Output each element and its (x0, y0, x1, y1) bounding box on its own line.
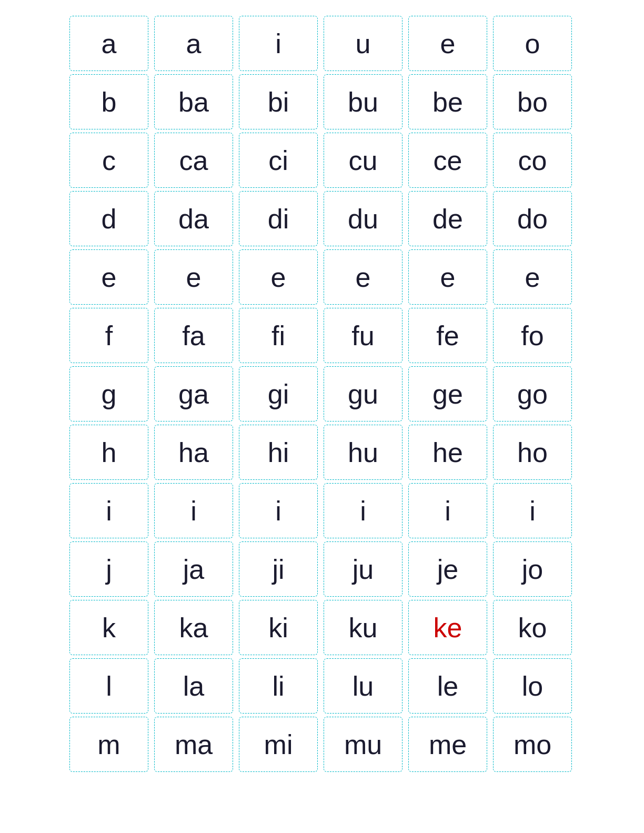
syllable-cell: be (408, 74, 487, 129)
syllable-cell: i (324, 483, 402, 538)
syllable-grid: aaiueobbabibubeboccacicucecoddadidudedoe… (69, 16, 575, 772)
syllable-cell: i (69, 483, 148, 538)
syllable-cell: go (493, 366, 572, 421)
syllable-cell: e (239, 249, 318, 305)
syllable-cell: k (69, 600, 148, 655)
syllable-cell: e (324, 249, 402, 305)
syllable-cell: lu (324, 658, 402, 714)
syllable-cell: g (69, 366, 148, 421)
syllable-cell: la (154, 658, 233, 714)
syllable-cell: lo (493, 658, 572, 714)
syllable-cell: do (493, 191, 572, 246)
syllable-cell: i (239, 483, 318, 538)
syllable-cell: ju (324, 541, 402, 597)
syllable-cell: ho (493, 425, 572, 480)
syllable-cell: di (239, 191, 318, 246)
syllable-cell: b (69, 74, 148, 129)
syllable-cell: mo (493, 717, 572, 772)
syllable-cell: ma (154, 717, 233, 772)
syllable-cell: ja (154, 541, 233, 597)
syllable-cell: i (239, 16, 318, 71)
syllable-cell: ji (239, 541, 318, 597)
syllable-cell: c (69, 133, 148, 188)
syllable-cell: d (69, 191, 148, 246)
syllable-cell: hu (324, 425, 402, 480)
syllable-cell: da (154, 191, 233, 246)
syllable-cell: ce (408, 133, 487, 188)
syllable-cell: li (239, 658, 318, 714)
syllable-cell: a (154, 16, 233, 71)
syllable-cell: fu (324, 308, 402, 363)
syllable-cell: je (408, 541, 487, 597)
syllable-cell: fa (154, 308, 233, 363)
syllable-cell: de (408, 191, 487, 246)
syllable-cell: fe (408, 308, 487, 363)
syllable-cell: ko (493, 600, 572, 655)
syllable-cell: e (154, 249, 233, 305)
syllable-cell: l (69, 658, 148, 714)
syllable-cell: m (69, 717, 148, 772)
syllable-cell: co (493, 133, 572, 188)
syllable-cell: fo (493, 308, 572, 363)
syllable-cell: ki (239, 600, 318, 655)
syllable-cell: a (69, 16, 148, 71)
syllable-cell: i (493, 483, 572, 538)
syllable-cell: o (493, 16, 572, 71)
syllable-cell: he (408, 425, 487, 480)
syllable-cell: e (408, 16, 487, 71)
syllable-cell: bo (493, 74, 572, 129)
syllable-cell: h (69, 425, 148, 480)
syllable-cell: ha (154, 425, 233, 480)
syllable-cell: ba (154, 74, 233, 129)
syllable-cell: e (493, 249, 572, 305)
syllable-cell: i (408, 483, 487, 538)
syllable-cell: gi (239, 366, 318, 421)
syllable-cell: ku (324, 600, 402, 655)
syllable-cell: u (324, 16, 402, 71)
syllable-cell: hi (239, 425, 318, 480)
syllable-cell: bi (239, 74, 318, 129)
syllable-cell: e (408, 249, 487, 305)
syllable-cell: f (69, 308, 148, 363)
syllable-cell: le (408, 658, 487, 714)
syllable-cell: mi (239, 717, 318, 772)
syllable-cell: ga (154, 366, 233, 421)
syllable-cell: mu (324, 717, 402, 772)
syllable-cell: ke (408, 600, 487, 655)
syllable-cell: j (69, 541, 148, 597)
syllable-cell: gu (324, 366, 402, 421)
syllable-cell: ci (239, 133, 318, 188)
syllable-cell: cu (324, 133, 402, 188)
syllable-cell: du (324, 191, 402, 246)
syllable-cell: fi (239, 308, 318, 363)
syllable-cell: ge (408, 366, 487, 421)
syllable-cell: me (408, 717, 487, 772)
syllable-cell: ca (154, 133, 233, 188)
syllable-cell: bu (324, 74, 402, 129)
syllable-cell: jo (493, 541, 572, 597)
syllable-cell: e (69, 249, 148, 305)
syllable-cell: ka (154, 600, 233, 655)
syllable-cell: i (154, 483, 233, 538)
